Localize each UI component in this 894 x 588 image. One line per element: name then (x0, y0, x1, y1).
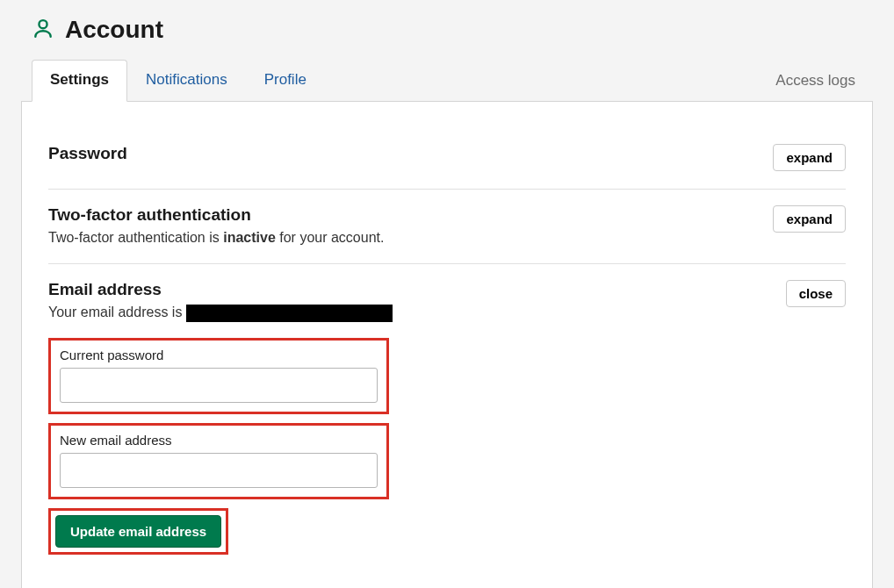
current-password-input[interactable] (60, 368, 378, 403)
twofa-expand-button[interactable]: expand (773, 205, 846, 233)
password-title: Password (48, 144, 127, 163)
section-email: Email address Your email address is clos… (48, 264, 846, 572)
account-icon (32, 17, 54, 43)
section-twofa: Two-factor authentication Two-factor aut… (48, 190, 846, 264)
email-redacted (186, 305, 393, 322)
update-email-button[interactable]: Update email address (55, 515, 221, 548)
highlight-submit: Update email address (48, 508, 228, 555)
email-title: Email address (48, 280, 393, 299)
page-header: Account (32, 16, 873, 44)
current-password-label: Current password (60, 348, 378, 362)
new-email-input[interactable] (60, 453, 378, 488)
twofa-sub-pre: Two-factor authentication is (48, 230, 223, 245)
twofa-title: Two-factor authentication (48, 205, 384, 225)
tab-settings[interactable]: Settings (32, 60, 127, 102)
email-close-button[interactable]: close (786, 280, 846, 307)
page-title: Account (65, 16, 163, 44)
svg-point-0 (39, 20, 47, 28)
tab-access-logs[interactable]: Access logs (775, 61, 873, 102)
password-expand-button[interactable]: expand (773, 144, 846, 171)
highlight-current-password: Current password (48, 338, 389, 414)
tabs-bar: Settings Notifications Profile Access lo… (21, 60, 873, 102)
email-subtitle: Your email address is (48, 305, 393, 322)
twofa-sub-post: for your account. (276, 230, 385, 245)
tab-profile[interactable]: Profile (246, 60, 325, 102)
tab-notifications[interactable]: Notifications (127, 60, 246, 102)
email-sub-pre: Your email address is (48, 305, 186, 319)
highlight-new-email: New email address (48, 423, 389, 499)
settings-panel: Password expand Two-factor authenticatio… (21, 101, 873, 588)
new-email-label: New email address (60, 433, 378, 448)
twofa-status: inactive (223, 230, 276, 245)
section-password: Password expand (48, 128, 846, 190)
twofa-subtitle: Two-factor authentication is inactive fo… (48, 230, 384, 246)
email-form: Current password New email address Updat… (48, 338, 846, 555)
